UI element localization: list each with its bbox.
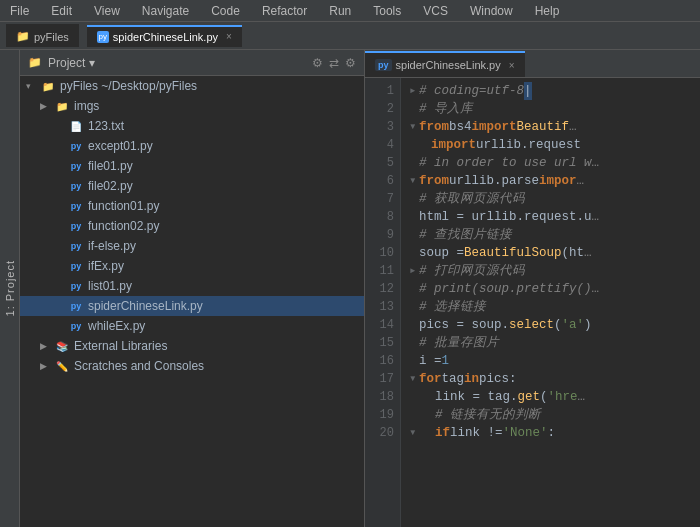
py-icon-list01: py <box>68 279 84 293</box>
code-text-1: # coding=utf-8 <box>419 82 524 100</box>
tree-item-123txt[interactable]: ▶ 📄 123.txt <box>20 116 364 136</box>
code-line-2: # 导入库 <box>409 100 700 118</box>
gear-icon[interactable]: ⚙ <box>345 56 356 70</box>
menu-code[interactable]: Code <box>207 2 244 20</box>
scratch-icon: ✏️ <box>54 359 70 373</box>
code-tab-close-icon[interactable]: × <box>509 60 515 71</box>
menu-help[interactable]: Help <box>531 2 564 20</box>
py-icon-function02: py <box>68 219 84 233</box>
code-line-12: # print(soup.prettify()… <box>409 280 700 298</box>
py-icon-ifelse: py <box>68 239 84 253</box>
project-label-text: 1: Project <box>4 260 16 316</box>
project-panel-header: 📁 Project ▾ ⚙ ⇄ ⚙ <box>20 50 364 76</box>
fold-20[interactable]: ▾ <box>409 424 419 442</box>
tree-item-function02-label: function02.py <box>88 219 159 233</box>
menu-refactor[interactable]: Refactor <box>258 2 311 20</box>
tree-item-file02-label: file02.py <box>88 179 133 193</box>
menu-vcs[interactable]: VCS <box>419 2 452 20</box>
project-header-icons: ⚙ ⇄ ⚙ <box>312 56 356 70</box>
tree-arrow-root: ▾ <box>26 81 40 91</box>
tree-item-whileex[interactable]: ▶ py whileEx.py <box>20 316 364 336</box>
code-line-7: # 获取网页源代码 <box>409 190 700 208</box>
py-icon-file01: py <box>68 159 84 173</box>
tree-item-list01[interactable]: ▶ py list01.py <box>20 276 364 296</box>
py-icon-except01: py <box>68 139 84 153</box>
code-content[interactable]: ▸ # coding=utf-8| # 导入库 ▾ from bs4 impor… <box>401 78 700 527</box>
code-line-11: ▸ # 打印网页源代码 <box>409 262 700 280</box>
code-tabs: py spiderChineseLink.py × <box>365 50 700 78</box>
collapse-icon[interactable]: ⇄ <box>329 56 339 70</box>
tree-item-imgs[interactable]: ▶ 📁 imgs <box>20 96 364 116</box>
code-line-14: pics = soup.select('a') <box>409 316 700 334</box>
tree-item-ifex[interactable]: ▶ py ifEx.py <box>20 256 364 276</box>
toolbar-tab-spiderchineselink-label: spiderChineseLink.py <box>113 31 218 43</box>
code-line-19: # 链接有无的判断 <box>409 406 700 424</box>
py-icon-spiderchineselink: py <box>68 299 84 313</box>
code-line-9: # 查找图片链接 <box>409 226 700 244</box>
project-side-label[interactable]: 1: Project <box>0 50 20 527</box>
fold-3[interactable]: ▾ <box>409 118 419 136</box>
tree-item-extlibs-label: External Libraries <box>74 339 167 353</box>
tree-item-except01-label: except01.py <box>88 139 153 153</box>
code-line-4: import urllib.request <box>409 136 700 154</box>
code-editor[interactable]: 12345 678910 1112131415 1617181920 ▸ # c… <box>365 78 700 527</box>
tree-arrow-imgs: ▶ <box>40 101 54 111</box>
toolbar-tab-pyfiles[interactable]: 📁 pyFiles <box>6 24 79 47</box>
tab-close-icon[interactable]: × <box>226 31 232 42</box>
tree-arrow-scratches: ▶ <box>40 361 54 371</box>
menu-run[interactable]: Run <box>325 2 355 20</box>
menu-edit[interactable]: Edit <box>47 2 76 20</box>
code-tab-py-icon: py <box>375 59 392 71</box>
code-line-6: ▾ from urllib.parse impor… <box>409 172 700 190</box>
tree-item-function01-label: function01.py <box>88 199 159 213</box>
fold-1[interactable]: ▸ <box>409 82 419 100</box>
code-tab-label: spiderChineseLink.py <box>396 59 501 71</box>
code-line-16: i = 1 <box>409 352 700 370</box>
folder-icon-pyfiles: 📁 <box>40 79 56 93</box>
tree-item-scratches[interactable]: ▶ ✏️ Scratches and Consoles <box>20 356 364 376</box>
code-line-17: ▾ for tag in pics: <box>409 370 700 388</box>
tree-item-ifelse-label: if-else.py <box>88 239 136 253</box>
py-icon: py <box>97 31 109 43</box>
tree-item-ifelse[interactable]: ▶ py if-else.py <box>20 236 364 256</box>
menu-navigate[interactable]: Navigate <box>138 2 193 20</box>
code-line-18: link = tag.get('hre… <box>409 388 700 406</box>
main-area: 1: Project 📁 Project ▾ ⚙ ⇄ ⚙ ▾ 📁 pyFiles… <box>0 50 700 527</box>
menu-window[interactable]: Window <box>466 2 517 20</box>
tree-item-ifex-label: ifEx.py <box>88 259 124 273</box>
tree-arrow-extlibs: ▶ <box>40 341 54 351</box>
menu-view[interactable]: View <box>90 2 124 20</box>
fold-6[interactable]: ▾ <box>409 172 419 190</box>
tree-item-scratches-label: Scratches and Consoles <box>74 359 204 373</box>
tree-item-file01[interactable]: ▶ py file01.py <box>20 156 364 176</box>
tree-item-function02[interactable]: ▶ py function02.py <box>20 216 364 236</box>
tree-item-except01[interactable]: ▶ py except01.py <box>20 136 364 156</box>
top-toolbar: 📁 pyFiles py spiderChineseLink.py × <box>0 22 700 50</box>
settings-icon[interactable]: ⚙ <box>312 56 323 70</box>
tree-root-label: pyFiles ~/Desktop/pyFiles <box>60 79 197 93</box>
menu-bar: File Edit View Navigate Code Refactor Ru… <box>0 0 700 22</box>
code-panel: py spiderChineseLink.py × 12345 678910 1… <box>365 50 700 527</box>
code-line-20: ▾ if link != 'None': <box>409 424 700 442</box>
folder-icon: 📁 <box>16 30 30 43</box>
py-icon-ifex: py <box>68 259 84 273</box>
code-line-13: # 选择链接 <box>409 298 700 316</box>
tree-item-list01-label: list01.py <box>88 279 132 293</box>
code-tab-spiderchineselink[interactable]: py spiderChineseLink.py × <box>365 51 525 77</box>
menu-file[interactable]: File <box>6 2 33 20</box>
py-icon-whileex: py <box>68 319 84 333</box>
tree-item-whileex-label: whileEx.py <box>88 319 145 333</box>
fold-11[interactable]: ▸ <box>409 262 419 280</box>
tree-item-file02[interactable]: ▶ py file02.py <box>20 176 364 196</box>
code-line-3: ▾ from bs4 import Beautif… <box>409 118 700 136</box>
code-line-10: soup = BeautifulSoup(ht… <box>409 244 700 262</box>
menu-tools[interactable]: Tools <box>369 2 405 20</box>
fold-17[interactable]: ▾ <box>409 370 419 388</box>
tree-item-spiderchineselink[interactable]: ▶ py spiderChineseLink.py <box>20 296 364 316</box>
tree-item-function01[interactable]: ▶ py function01.py <box>20 196 364 216</box>
tree-item-external-libs[interactable]: ▶ 📚 External Libraries <box>20 336 364 356</box>
tree-root-pyfiles[interactable]: ▾ 📁 pyFiles ~/Desktop/pyFiles <box>20 76 364 96</box>
py-icon-file02: py <box>68 179 84 193</box>
toolbar-tab-spiderchineselink[interactable]: py spiderChineseLink.py × <box>87 25 242 47</box>
lib-icon-extlibs: 📚 <box>54 339 70 353</box>
